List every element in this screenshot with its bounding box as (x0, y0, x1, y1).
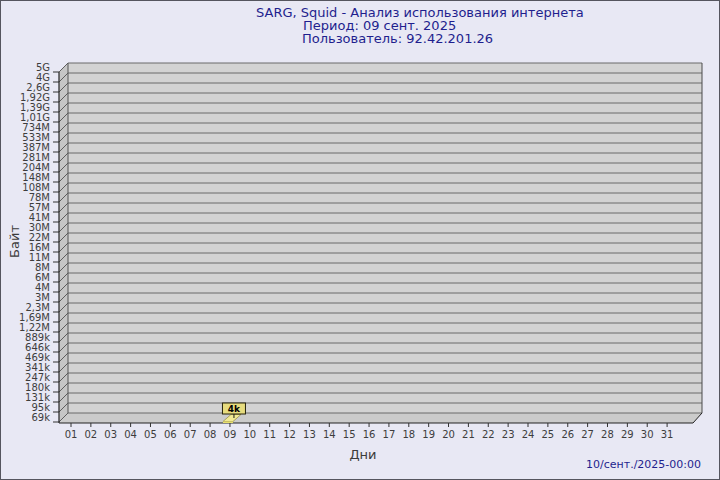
x-tick-label: 05 (144, 429, 157, 440)
x-tick-label: 22 (482, 429, 495, 440)
x-tick-label: 16 (363, 429, 376, 440)
usage-bar-chart: 5G4G2,6G1,92G1,39G1,01G734M533M387M281M2… (1, 1, 720, 480)
chart-floor (59, 413, 702, 423)
x-axis-title: Дни (331, 447, 395, 462)
x-axis-tick-labels: 0102030405060708091011121314151617181920… (65, 429, 674, 440)
x-tick-label: 26 (561, 429, 574, 440)
y-axis-tick-labels: 5G4G2,6G1,92G1,39G1,01G734M533M387M281M2… (19, 62, 50, 423)
x-tick-label: 29 (621, 429, 634, 440)
x-tick-label: 09 (224, 429, 237, 440)
x-tick-label: 13 (303, 429, 316, 440)
x-tick-label: 21 (462, 429, 475, 440)
back-wall (68, 63, 702, 413)
x-tick-label: 25 (542, 429, 555, 440)
x-tick-label: 15 (343, 429, 356, 440)
y-tick-label: 69k (31, 412, 50, 423)
x-tick-label: 04 (124, 429, 137, 440)
x-tick-label: 28 (601, 429, 614, 440)
x-tick-label: 24 (522, 429, 535, 440)
x-tick-label: 27 (581, 429, 594, 440)
x-tick-label: 20 (442, 429, 455, 440)
bar-value-label: 4k (228, 404, 241, 414)
x-tick-label: 17 (383, 429, 396, 440)
x-tick-label: 18 (402, 429, 415, 440)
x-tick-label: 30 (641, 429, 654, 440)
x-tick-label: 03 (104, 429, 117, 440)
x-tick-label: 11 (263, 429, 276, 440)
x-tick-label: 31 (661, 429, 674, 440)
x-tick-label: 07 (184, 429, 197, 440)
bar-front-face (223, 422, 233, 424)
x-tick-label: 01 (65, 429, 78, 440)
x-tick-label: 06 (164, 429, 177, 440)
x-tick-label: 19 (422, 429, 435, 440)
x-tick-label: 23 (502, 429, 515, 440)
x-tick-label: 08 (204, 429, 217, 440)
sarg-report-window: SARG, Squid - Анализ использования интер… (0, 0, 720, 480)
y-axis-ticks (53, 72, 59, 422)
x-tick-label: 02 (85, 429, 98, 440)
generated-timestamp: 10/сент./2025-00:00 (586, 458, 701, 471)
x-tick-label: 10 (243, 429, 256, 440)
x-tick-label: 14 (323, 429, 336, 440)
x-tick-label: 12 (283, 429, 296, 440)
